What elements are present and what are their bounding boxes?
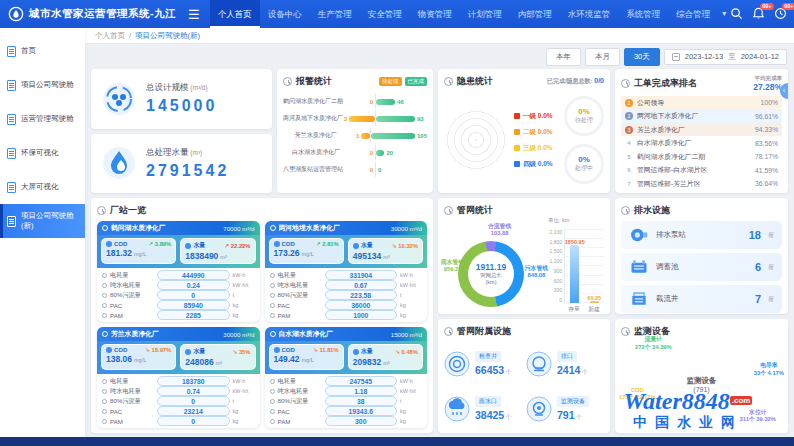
cod-metric: COD↘ 18.97%138.06mg/L <box>101 344 176 370</box>
plant-data-row: 电耗量331904kW·h <box>270 270 423 280</box>
row-icon <box>270 379 275 384</box>
breadcrumb-home[interactable]: 个人首页 <box>95 31 125 41</box>
more-menus-caret-icon[interactable]: ▾ <box>718 0 730 28</box>
nav-item-5[interactable]: 计划管理 <box>460 0 510 28</box>
ranking-row-3[interactable]: 3芳兰水质净化厂94.33% <box>621 123 782 137</box>
plant-header[interactable]: 芳兰水质净化厂30000 m³/d <box>97 327 260 341</box>
trend-badge: ↘ 0.48% <box>395 349 418 355</box>
alarm-row: 两河及地下水质净化厂393 <box>283 110 427 127</box>
document-icon <box>7 216 16 227</box>
water-metric: 水量↘ 0.48%209832m³ <box>348 344 423 370</box>
nav-item-2[interactable]: 生产管理 <box>310 0 360 28</box>
auxiliary-item-1: 排口2414 个 <box>526 343 604 384</box>
value-box: 85940 <box>157 300 230 310</box>
notification-bell-icon[interactable]: 99+ <box>752 7 765 21</box>
ranking-row-7[interactable]: 7管网运维部-芳兰片区36.64% <box>621 177 782 191</box>
plant-data-row: 80%污泥量0t <box>102 290 255 300</box>
pipe-segment-label: 合流管线103.88 <box>488 223 511 237</box>
hazard-legend-0: 一级 0.0% <box>514 112 558 121</box>
plant-header[interactable]: 白水湖水质净化厂15000 m³/d <box>265 327 428 341</box>
auxiliary-title: 管网附属设施 <box>457 325 511 338</box>
document-icon <box>7 182 16 193</box>
nav-item-7[interactable]: 水环境监管 <box>560 0 619 28</box>
sidebar-item-2[interactable]: 运营管理驾驶舱 <box>0 102 85 136</box>
hazard-summary: 已完成/隐患总数: 0/0 <box>547 77 604 86</box>
clock-icon <box>444 206 453 215</box>
plant-header[interactable]: 两河地埋水质净化厂30000 m³/d <box>265 221 428 235</box>
value-box: 183780 <box>157 376 230 386</box>
ranking-row-6[interactable]: 6管网运维部-白水湖片区41.59% <box>621 163 782 177</box>
auxiliary-count: 2414 个 <box>557 364 588 377</box>
drainage-list: 排水泵站18座调蓄池6座截流井7座 <box>621 221 782 313</box>
row-icon <box>270 283 275 288</box>
nav-item-0[interactable]: 个人首页 <box>210 0 260 28</box>
range-button-1[interactable]: 本月 <box>585 48 620 66</box>
sidebar-item-3[interactable]: 环保可视化 <box>0 136 85 170</box>
plant-data-row: 吨水电耗量0.67kW·h/t <box>270 280 423 290</box>
sidebar-item-0[interactable]: 首页 <box>0 34 85 68</box>
sidebar: 首页项目公司驾驶舱运营管理驾驶舱环保可视化大屏可视化项目公司驾驶舱(新) <box>0 28 85 437</box>
plant-status-icon <box>270 331 276 337</box>
ranking-title: 工单完成率排名 <box>634 77 697 90</box>
water-metric: 水量↘ 10.32%495134m³ <box>348 238 423 264</box>
clock-icon <box>444 327 453 336</box>
sidebar-item-5[interactable]: 项目公司驾驶舱(新) <box>0 204 85 238</box>
sidebar-item-1[interactable]: 项目公司驾驶舱 <box>0 68 85 102</box>
row-icon <box>102 293 107 298</box>
search-icon[interactable] <box>730 7 743 21</box>
nav-item-8[interactable]: 系统管理 <box>618 0 668 28</box>
nav-item-9[interactable]: 综合管理 <box>668 0 718 28</box>
ranking-row-1[interactable]: 1公司领导100% <box>621 96 782 110</box>
ranking-row-2[interactable]: 2两河地下水质净化厂96.61% <box>621 109 782 123</box>
plant-card-0: 鹤问湖水质净化厂70000 m³/dCOD↗ 3.89%181.32mg/L水量… <box>97 221 260 322</box>
plant-data-row: PAC36000kg <box>270 300 423 310</box>
range-button-2[interactable]: 30天 <box>624 48 660 66</box>
plant-header[interactable]: 鹤问湖水质净化厂70000 m³/d <box>97 221 260 235</box>
row-icon <box>102 303 107 308</box>
plant-name: 芳兰水质净化厂 <box>111 329 223 339</box>
monitor-segment-label: 水位计311个 39.32% <box>740 409 776 424</box>
nav-item-1[interactable]: 设备中心 <box>260 0 310 28</box>
water-drop-icon <box>101 145 137 181</box>
rank-medal-icon: 1 <box>625 99 633 107</box>
plant-data-row: 80%污泥量223.58t <box>270 290 423 300</box>
plant-status-icon <box>102 331 108 337</box>
nav-item-3[interactable]: 安全管理 <box>360 0 410 28</box>
row-icon <box>102 313 107 318</box>
menu-toggle-icon[interactable]: ☰ <box>188 8 200 21</box>
breadcrumb-current: 项目公司驾驶舱(新) <box>135 31 200 41</box>
ranking-card-header: 工单完成率排名 平均完成率 27.28% <box>621 75 782 92</box>
hazard-gauge-0: 0%待处理 <box>564 96 604 136</box>
pipe-segment-label: 雨水管线959.23 <box>441 259 464 273</box>
sidebar-item-4[interactable]: 大屏可视化 <box>0 170 85 204</box>
range-button-0[interactable]: 本年 <box>546 48 581 66</box>
date-start[interactable]: 2023-12-13 <box>685 52 723 61</box>
alarm-row: 八里湖泵站运营管理站00 <box>283 161 427 178</box>
main-nav: 个人首页设备中心生产管理安全管理物资管理计划管理内部管理水环境监管系统管理综合管… <box>210 0 719 28</box>
plant-card-1: 两河地埋水质净化厂30000 m³/dCOD↗ 2.81%173.26mg/L水… <box>265 221 428 322</box>
todo-clock-icon[interactable]: 99+ <box>774 7 787 21</box>
todo-badge: 99+ <box>782 3 794 10</box>
value-box: 0.24 <box>157 280 230 290</box>
clock-icon <box>444 77 453 86</box>
plant-capacity: 70000 m³/d <box>223 225 254 232</box>
row-icon <box>102 283 107 288</box>
alarm-card-header: 报警统计 待处理已完成 <box>283 75 427 88</box>
alarm-row: 芳兰水质净化厂1105 <box>283 127 427 144</box>
document-icon <box>7 148 16 159</box>
date-range-picker[interactable]: 2023-12-13 至 2024-01-12 <box>664 49 787 65</box>
alarm-legend-1: 已完成 <box>405 77 428 86</box>
ranking-row-4[interactable]: 4白水湖水质净化厂83.56% <box>621 136 782 150</box>
nav-item-4[interactable]: 物资管理 <box>410 0 460 28</box>
nav-item-6[interactable]: 内部管理 <box>510 0 560 28</box>
well-icon <box>629 289 649 309</box>
hazard-statistics-card: 隐患统计 已完成/隐患总数: 0/0 一级 0.0%二级 0.0%三级 0.0%… <box>438 69 610 193</box>
drainage-title: 排水设施 <box>634 204 670 217</box>
legend-swatch <box>514 161 520 167</box>
pipe-bar: 60.25 <box>586 295 602 303</box>
clock-icon <box>621 327 630 336</box>
date-end[interactable]: 2024-01-12 <box>741 52 779 61</box>
plant-data-row: 电耗量247545kW·h <box>270 376 423 386</box>
ranking-row-5[interactable]: 5鹤问湖水质净化厂二期78.17% <box>621 150 782 164</box>
value-box: 0 <box>157 290 230 300</box>
